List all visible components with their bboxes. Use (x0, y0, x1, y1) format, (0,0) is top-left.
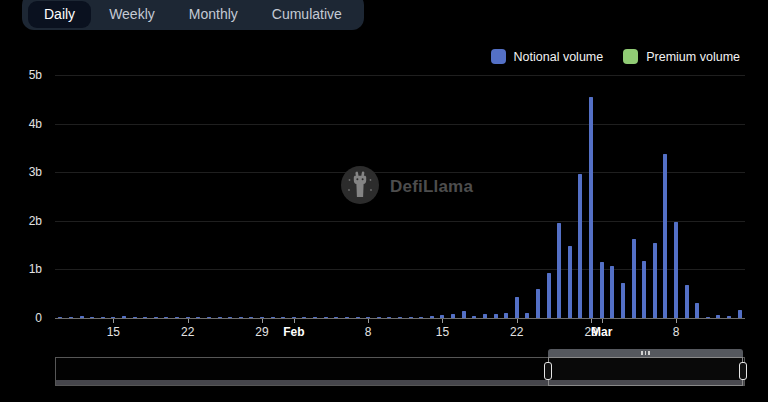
bar-notional-volume-jan-10 (58, 317, 62, 318)
period-tabbar: DailyWeeklyMonthlyCumulative (22, 0, 364, 30)
bar-notional-volume-feb-9 (377, 317, 381, 318)
watermark-text: DefiLlama (390, 177, 473, 197)
bar-notional-volume-feb-1 (292, 317, 296, 318)
x-axis-tick (517, 319, 518, 323)
bar-notional-volume-feb-13 (419, 317, 423, 318)
bar-notional-volume-feb-4 (324, 317, 328, 318)
gridline (55, 124, 745, 125)
tab-daily[interactable]: Daily (28, 1, 91, 28)
bar-notional-volume-feb-19 (483, 314, 487, 318)
x-axis-label: 22 (510, 325, 523, 339)
bar-notional-volume-mar-7 (663, 154, 667, 318)
bar-notional-volume-feb-5 (334, 317, 338, 318)
bar-notional-volume-mar-12 (716, 315, 720, 318)
x-axis-tick (262, 319, 263, 323)
x-axis-tick (442, 319, 443, 323)
bar-notional-volume-mar-4 (632, 239, 636, 318)
bar-notional-volume-feb-20 (494, 314, 498, 318)
datazoom-right-handle[interactable] (739, 362, 747, 380)
x-axis-label: Mar (591, 325, 612, 339)
legend-label: Notional volume (514, 50, 604, 64)
tab-cumulative[interactable]: Cumulative (256, 1, 358, 28)
y-axis-label: 5b (0, 69, 42, 81)
bar-notional-volume-feb-26 (557, 223, 561, 318)
bar-notional-volume-jan-28 (249, 317, 253, 318)
legend-swatch (623, 49, 638, 64)
bar-notional-volume-jan-20 (164, 317, 168, 318)
bar-notional-volume-feb-28 (578, 174, 582, 318)
x-axis-tick (188, 319, 189, 323)
bar-notional-volume-mar-2 (610, 266, 614, 318)
x-axis-tick (676, 319, 677, 323)
bar-notional-volume-feb-21 (504, 313, 508, 318)
bar-notional-volume-jan-16 (122, 316, 126, 318)
bar-notional-volume-mar-6 (653, 243, 657, 318)
x-axis-label: 29 (255, 325, 268, 339)
bar-notional-volume-mar-1 (600, 262, 604, 318)
y-axis-label: 4b (0, 118, 42, 130)
legend-item-premium-volume[interactable]: Premium volume (623, 49, 740, 64)
bar-notional-volume-feb-25 (547, 273, 551, 318)
bar-notional-volume-feb-15 (440, 315, 444, 318)
bar-notional-volume-jan-19 (154, 317, 158, 318)
tab-weekly[interactable]: Weekly (93, 1, 171, 28)
y-axis-label: 2b (0, 215, 42, 227)
defillama-watermark: DefiLlama (340, 165, 473, 209)
bar-notional-volume-jan-24 (207, 317, 211, 318)
bar-notional-volume-mar-13 (727, 316, 731, 318)
legend-item-notional-volume[interactable]: Notional volume (491, 49, 604, 64)
x-axis-label: 15 (436, 325, 449, 339)
grip-dot (641, 351, 643, 355)
x-axis-tick (113, 319, 114, 323)
y-axis-label: 1b (0, 263, 42, 275)
bar-notional-volume-feb-8 (366, 317, 370, 318)
bar-notional-volume-jan-14 (101, 317, 105, 318)
bar-notional-volume-feb-27 (568, 246, 572, 318)
bar-notional-volume-jan-29 (260, 317, 264, 318)
x-axis-line (55, 318, 745, 319)
bar-notional-volume-feb-11 (398, 317, 402, 318)
bar-notional-volume-jan-26 (228, 317, 232, 318)
defillama-volume-chart-page: DailyWeeklyMonthlyCumulative Notional vo… (0, 0, 768, 402)
x-axis-label: 22 (181, 325, 194, 339)
x-axis-label: 15 (107, 325, 120, 339)
bar-notional-volume-mar-10 (695, 303, 699, 318)
bar-notional-volume-mar-11 (706, 317, 710, 318)
bar-notional-volume-feb-17 (462, 311, 466, 318)
bar-notional-volume-feb-18 (472, 316, 476, 318)
tab-monthly[interactable]: Monthly (173, 1, 254, 28)
bar-notional-volume-jan-22 (186, 317, 190, 318)
bar-notional-volume-mar-9 (685, 285, 689, 318)
bar-notional-volume-jan-31 (281, 317, 285, 318)
gridline (55, 75, 745, 76)
legend-swatch (491, 49, 506, 64)
datazoom-left-handle[interactable] (544, 362, 552, 380)
gridline (55, 221, 745, 222)
x-axis-label: 8 (673, 325, 680, 339)
datazoom-brush[interactable] (55, 357, 745, 386)
x-axis-tick (591, 319, 592, 323)
y-axis-label: 3b (0, 166, 42, 178)
bar-notional-volume-jan-15 (111, 317, 115, 318)
bar-notional-volume-feb-10 (387, 317, 391, 318)
x-axis-label: 8 (365, 325, 372, 339)
bar-notional-volume-feb-12 (409, 317, 413, 318)
bar-notional-volume-mar-14 (738, 310, 742, 318)
bar-notional-volume-mar-8 (674, 222, 678, 318)
x-axis-label: Feb (283, 325, 304, 339)
bar-notional-volume-jan-25 (218, 317, 222, 318)
datazoom-drag-bar[interactable] (548, 349, 743, 357)
bar-notional-volume-jan-11 (69, 317, 73, 318)
bar-notional-volume-feb-2 (302, 317, 306, 318)
x-axis-tick (368, 319, 369, 323)
bar-notional-volume-mar-3 (621, 283, 625, 318)
bar-notional-volume-feb-29 (589, 97, 593, 318)
datazoom-selected-window[interactable] (548, 357, 743, 386)
bar-notional-volume-jan-12 (80, 316, 84, 318)
y-axis-label: 0 (0, 312, 42, 324)
bar-notional-volume-mar-5 (642, 261, 646, 318)
bar-notional-volume-feb-7 (356, 317, 360, 318)
bar-notional-volume-feb-22 (515, 297, 519, 318)
defillama-llama-icon (340, 165, 380, 209)
bar-notional-volume-jan-18 (143, 317, 147, 318)
